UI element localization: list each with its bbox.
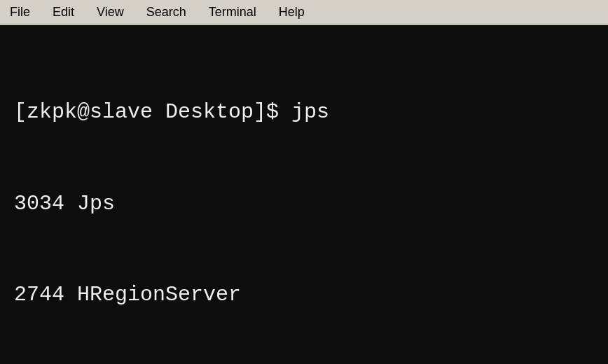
menu-terminal[interactable]: Terminal (205, 4, 261, 21)
terminal-line-1: [zkpk@slave Desktop]$ jps (14, 97, 594, 128)
terminal-line-3: 2744 HRegionServer (14, 280, 594, 311)
terminal-window: File Edit View Search Terminal Help [zkp… (0, 0, 608, 364)
terminal-output: [zkpk@slave Desktop]$ jps 3034 Jps 2744 … (14, 36, 594, 364)
terminal-line-2: 3034 Jps (14, 189, 594, 220)
menu-view[interactable]: View (92, 4, 128, 21)
menu-search[interactable]: Search (142, 4, 191, 21)
menu-edit[interactable]: Edit (48, 4, 78, 21)
menu-file[interactable]: File (6, 4, 34, 21)
menu-help[interactable]: Help (275, 4, 309, 21)
terminal-body[interactable]: [zkpk@slave Desktop]$ jps 3034 Jps 2744 … (0, 25, 608, 364)
menu-bar: File Edit View Search Terminal Help (0, 0, 608, 25)
